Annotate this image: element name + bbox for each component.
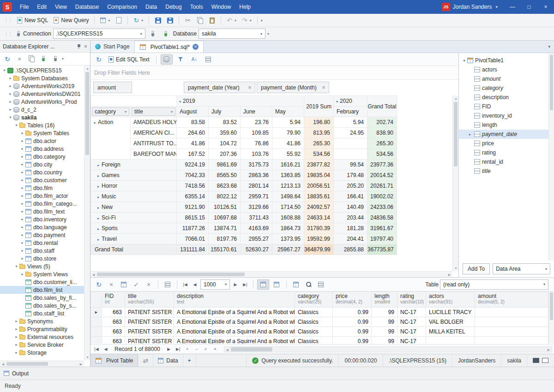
open-document-button[interactable] — [113, 15, 124, 26]
grid-cell-price[interactable]: 0.99 — [333, 308, 372, 317]
tab-pivot-table-view[interactable]: Pivot Table — [90, 354, 138, 367]
disconnect-button[interactable] — [147, 28, 158, 39]
grid-cell-fid[interactable]: 663 — [102, 337, 125, 344]
grid-column-header[interactable]: amountdecimal(5, 2) — [475, 292, 548, 308]
add-to-button[interactable]: Add To — [463, 263, 490, 274]
field-root-item[interactable]: ▾ PivotTable1 — [459, 56, 548, 65]
explorer-item[interactable]: ▸dbo.film_text — [0, 208, 84, 215]
grid-cell-category[interactable]: Classics — [295, 308, 333, 317]
pivot-value-cell[interactable]: 7418.56 — [177, 181, 209, 191]
chevron-right-icon[interactable]: ▸ — [20, 147, 25, 151]
pivot-group-cell[interactable]: ▸Foreign — [91, 160, 177, 170]
output-panel-tab[interactable]: Output — [0, 367, 554, 380]
sort-icon[interactable]: ≡ — [248, 85, 251, 90]
pivot-sum-cell[interactable]: 19592.99 — [304, 234, 334, 244]
explorer-item[interactable]: ▸AdventureWorksDW201 — [0, 90, 84, 98]
chevron-down-icon[interactable]: ▾ — [336, 100, 338, 104]
pivot-value-cell[interactable]: 359.60 — [209, 128, 241, 138]
explorer-item[interactable]: ▾sakila — [0, 113, 84, 121]
grid-cell-amount[interactable] — [475, 327, 548, 337]
grid-cell-title[interactable]: PATIENT SISTER — [125, 337, 174, 344]
save-button[interactable] — [152, 15, 163, 26]
pivot-value-cell[interactable]: 155170.61 — [209, 244, 241, 255]
pivot-value-cell[interactable]: 2955.27 — [241, 234, 272, 244]
chevron-right-icon[interactable]: ▸ — [20, 241, 25, 245]
sort-icon[interactable]: ≡ — [322, 85, 325, 90]
pivot-group-cell[interactable]: ▸Games — [91, 170, 177, 181]
grid-column-header[interactable]: FIDint — [102, 292, 125, 308]
pivot-value-cell[interactable]: 1616.21 — [272, 160, 304, 170]
pivot-title-cell[interactable]: AMADEUS HOLY — [131, 117, 177, 128]
grid-cell-description[interactable]: A Emotional Epistle of a Squirrel And a … — [174, 327, 295, 337]
connect-button[interactable] — [160, 28, 171, 39]
explorer-item[interactable]: ▸dbo.language — [0, 223, 84, 231]
pivot-value-cell[interactable]: 6355.14 — [177, 191, 209, 202]
pivot-sum-cell[interactable]: 196.80 — [304, 117, 334, 128]
menu-database[interactable]: Database — [71, 0, 103, 14]
chevron-down-icon[interactable]: ▾ — [2, 68, 7, 72]
grid-cell-title[interactable]: PATIENT SISTER — [125, 308, 174, 317]
pivot-total-cell[interactable]: 20014.52 — [367, 170, 397, 181]
grid-cell-actors[interactable]: MILLA KEITEL — [426, 327, 475, 337]
layout-light-icon[interactable] — [542, 358, 548, 363]
first-record-button[interactable]: |◀ — [92, 347, 101, 351]
chevron-down-icon[interactable]: ▾ — [8, 115, 13, 119]
chevron-down-icon[interactable]: ▾ — [462, 59, 467, 63]
chevron-right-icon[interactable]: ▸ — [20, 186, 25, 190]
pivot-year-2020-header[interactable]: ▾2020 — [334, 96, 367, 107]
pivot-grand-total-header[interactable]: Grand Total — [367, 96, 397, 117]
prev-page-button[interactable]: ◀ — [191, 282, 199, 287]
menu-tools[interactable]: Tools — [186, 0, 207, 14]
chevron-right-icon[interactable]: ▸ — [14, 319, 19, 323]
pivot-value-cell[interactable]: 1714.50 — [272, 202, 304, 213]
pivot-value-cell[interactable]: 1498.64 — [272, 191, 304, 202]
grid-column-header[interactable]: lengthsmallint — [372, 292, 397, 308]
chevron-right-icon[interactable]: ▸ — [97, 216, 99, 220]
chevron-right-icon[interactable]: ▸ — [97, 163, 99, 167]
field-item[interactable]: description — [459, 93, 548, 102]
pivot-value-cell[interactable]: 9224.19 — [177, 160, 209, 170]
grid-cell-rating[interactable]: NC-17 — [397, 308, 426, 317]
pivot-value-cell[interactable]: 204.41 — [334, 234, 367, 244]
grid-cell-title[interactable]: PATIENT SISTER — [125, 327, 174, 337]
explorer-item[interactable]: ▾Views (5) — [0, 262, 84, 270]
post-edit-button[interactable]: ✓ — [202, 347, 210, 351]
chevron-right-icon[interactable]: ▸ — [20, 131, 25, 135]
refresh-connection-button[interactable]: ↻▾ — [131, 15, 145, 26]
explorer-item[interactable]: ▸dbo.actor — [0, 137, 84, 145]
explorer-item[interactable]: ▸System Tables — [0, 129, 84, 137]
explorer-item[interactable]: ▸dbo.staff — [0, 247, 84, 255]
pivot-value-cell[interactable]: 4163.69 — [241, 223, 272, 234]
field-item[interactable]: title — [459, 166, 548, 176]
stop-button[interactable]: × — [106, 279, 117, 290]
explorer-item[interactable]: ▾.\SQLEXPRESS15 — [0, 66, 84, 74]
toolbar-grip[interactable]: ⋮⋮ — [4, 18, 12, 24]
filter-drop-zone[interactable]: Drop Filter Fields Here — [90, 66, 458, 80]
grid-cell-actors[interactable]: LUCILLE TRACY — [426, 308, 475, 317]
row-indicator-cell[interactable] — [91, 337, 102, 344]
grid-cell-rating[interactable]: NC-17 — [397, 327, 426, 337]
pivot-month-header[interactable]: July — [209, 107, 241, 117]
refresh-grid-button[interactable]: ↻ — [93, 279, 104, 290]
pivot-category-cell[interactable]: ▾Action — [91, 117, 131, 160]
pin-icon[interactable] — [77, 44, 81, 49]
tab-pivottable1[interactable]: PivotTable1.sql* × — [135, 41, 204, 53]
explorer-item[interactable]: ▾Tables (16) — [0, 121, 84, 129]
pivot-value-cell[interactable]: 8615.15 — [177, 213, 209, 223]
chevron-down-icon[interactable]: ▾ — [94, 121, 96, 125]
pivot-total-cell[interactable]: 367735.87 — [367, 244, 397, 255]
first-page-button[interactable]: |◀ — [181, 282, 189, 287]
pivot-year-2019-header[interactable]: ▾2019 — [177, 96, 304, 107]
minimize-button[interactable]: — — [504, 0, 521, 14]
last-page-button[interactable]: ▶| — [241, 282, 249, 287]
pivot-value-cell[interactable]: 8623.68 — [209, 181, 241, 191]
grid-cell-category[interactable]: Classics — [295, 317, 333, 327]
column-field-chip-month[interactable]: payment_date (Month)≡ — [257, 82, 329, 93]
grid-cell-actors[interactable]: VAL BOLGER — [426, 317, 475, 327]
pivot-total-cell[interactable]: 24233.06 — [367, 202, 397, 213]
pivot-title-cell[interactable]: AMERICAN CI... — [131, 128, 177, 138]
cancel-edit-button[interactable]: × — [211, 347, 219, 351]
pivot-value-cell[interactable]: 23.76 — [241, 117, 272, 128]
chevron-right-icon[interactable]: ▸ — [20, 178, 25, 182]
pivot-value-cell[interactable]: 3175.73 — [241, 160, 272, 170]
